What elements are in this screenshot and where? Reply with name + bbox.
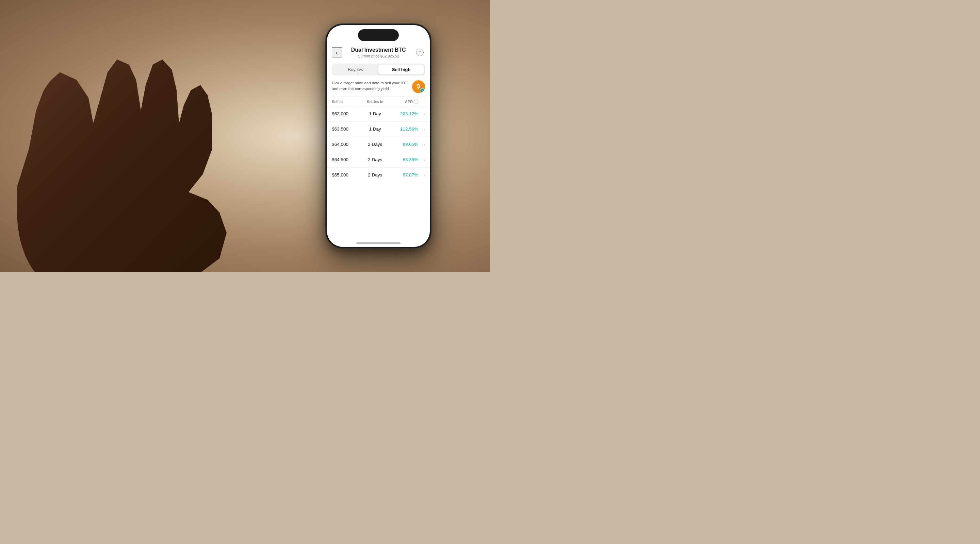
- back-chevron-icon: ‹: [336, 49, 338, 56]
- table-header: Sell at Settles in APR i: [327, 97, 430, 106]
- table-row[interactable]: $65,000 2 Days 67.87% ›: [327, 168, 430, 182]
- home-indicator: [356, 243, 401, 244]
- help-button[interactable]: ?: [415, 47, 425, 57]
- help-circle-icon: ?: [416, 49, 424, 56]
- table-body: $63,000 1 Day 203.12% › $63,500 1 Day 11…: [327, 106, 430, 182]
- current-price-label: Current price: [358, 54, 380, 58]
- th-apr-label: APR: [405, 100, 413, 104]
- phone-wrapper: ‹ Dual Investment BTC Current price $62,…: [326, 24, 431, 248]
- cell-sell-at: $65,000: [332, 172, 361, 178]
- cell-sell-at: $63,500: [332, 127, 361, 132]
- btc-symbol: ₿: [417, 84, 420, 89]
- th-settles-in: Settles in: [361, 100, 390, 104]
- cell-settles-in: 2 Days: [361, 142, 390, 147]
- row-chevron-icon: ›: [418, 172, 425, 178]
- row-chevron-icon: ›: [418, 157, 425, 163]
- th-apr: APR i: [390, 100, 418, 104]
- cell-apr: 203.12%: [390, 111, 418, 116]
- current-price-value: $62,925.52: [380, 54, 399, 58]
- cell-sell-at: $63,000: [332, 111, 361, 116]
- tab-switcher: Buy low Sell high: [332, 63, 425, 76]
- phone-frame: ‹ Dual Investment BTC Current price $62,…: [326, 24, 431, 248]
- help-label: ?: [419, 50, 421, 55]
- tab-sell-high[interactable]: Sell high: [379, 65, 424, 75]
- header: ‹ Dual Investment BTC Current price $62,…: [327, 44, 430, 62]
- btc-icon: ₿ T: [412, 80, 425, 93]
- description-text: Pick a target price and date to sell you…: [332, 80, 409, 92]
- dynamic-island: [358, 29, 399, 41]
- tab-buy-low[interactable]: Buy low: [333, 65, 379, 75]
- current-price: Current price $62,925.52: [332, 54, 424, 58]
- table-row[interactable]: $64,500 2 Days 83.35% ›: [327, 152, 430, 168]
- cell-apr: 89.65%: [390, 142, 418, 147]
- row-chevron-icon: ›: [418, 142, 425, 147]
- cell-settles-in: 2 Days: [361, 157, 390, 162]
- cell-apr: 67.87%: [390, 172, 418, 178]
- cell-apr: 112.56%: [390, 127, 418, 132]
- th-sell-at: Sell at: [332, 100, 361, 104]
- back-button[interactable]: ‹: [332, 47, 342, 57]
- table-row[interactable]: $64,000 2 Days 89.65% ›: [327, 137, 430, 152]
- btc-badge: T: [420, 88, 425, 93]
- row-chevron-icon: ›: [418, 111, 425, 117]
- cell-settles-in: 1 Day: [361, 111, 390, 116]
- cell-apr: 83.35%: [390, 157, 418, 162]
- apr-info-icon[interactable]: i: [414, 100, 418, 104]
- table-row[interactable]: $63,000 1 Day 203.12% ›: [327, 106, 430, 122]
- cell-settles-in: 2 Days: [361, 172, 390, 178]
- cell-sell-at: $64,500: [332, 157, 361, 162]
- description-section: Pick a target price and date to sell you…: [327, 79, 430, 97]
- row-chevron-icon: ›: [418, 127, 425, 132]
- cell-settles-in: 1 Day: [361, 127, 390, 132]
- hand-silhouette: [17, 34, 255, 272]
- phone-screen: ‹ Dual Investment BTC Current price $62,…: [327, 25, 430, 247]
- cell-sell-at: $64,000: [332, 142, 361, 147]
- table-row[interactable]: $63,500 1 Day 112.56% ›: [327, 122, 430, 137]
- btc-badge-letter: T: [422, 89, 424, 92]
- app-content: ‹ Dual Investment BTC Current price $62,…: [327, 25, 430, 247]
- page-title: Dual Investment BTC: [332, 47, 424, 54]
